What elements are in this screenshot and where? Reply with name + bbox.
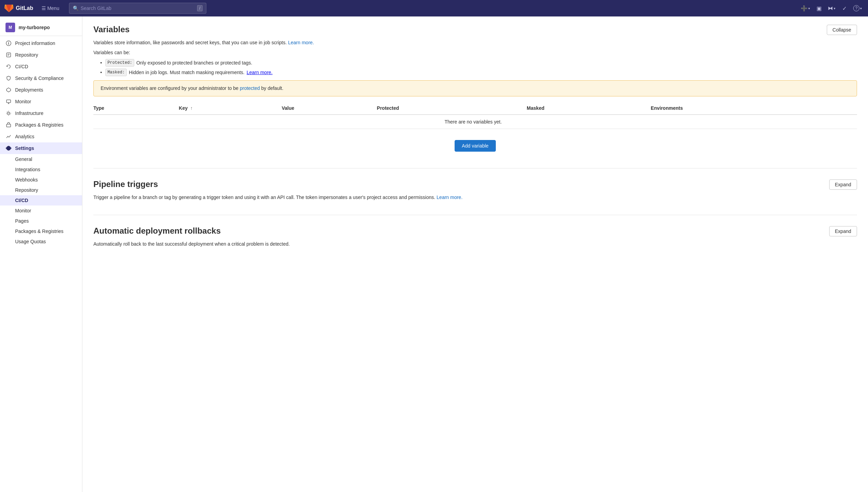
sidebar-item-settings[interactable]: Settings [0, 142, 82, 154]
svg-rect-6 [7, 100, 11, 103]
merge-requests-button[interactable]: ⧓ ▾ [826, 3, 837, 14]
auto-deployment-section: Automatic deployment rollbacks Expand Au… [93, 226, 857, 261]
pipeline-triggers-expand-button[interactable]: Expand [829, 179, 857, 190]
auto-deployment-title: Automatic deployment rollbacks [93, 226, 221, 236]
pipeline-triggers-title: Pipeline triggers [93, 179, 158, 189]
new-menu-button[interactable]: ➕ ▾ [799, 3, 812, 14]
plus-icon: ➕ [801, 5, 808, 12]
gitlab-logo-svg [4, 3, 14, 13]
bullet-masked: Masked: Hidden in job logs. Must match m… [100, 69, 857, 76]
search-icon: 🔍 [73, 5, 79, 11]
help-icon: ? [853, 5, 859, 11]
gitlab-logo[interactable]: GitLab [4, 3, 33, 13]
repository-icon [5, 52, 12, 58]
protected-link[interactable]: protected [240, 85, 261, 91]
menu-icon: ☰ [42, 5, 46, 11]
pipeline-triggers-learn-more-link[interactable]: Learn more. [437, 195, 462, 200]
svg-rect-3 [7, 53, 11, 57]
auto-deployment-header: Automatic deployment rollbacks Expand [93, 226, 857, 236]
project-name: my-turborepo [19, 25, 50, 30]
sidebar-item-packages[interactable]: Packages & Registries [0, 119, 82, 131]
packages-icon [5, 122, 12, 128]
col-value: Value [282, 102, 377, 115]
sidebar-sub-packages[interactable]: Packages & Registries [0, 226, 82, 236]
col-environments: Environments [651, 102, 857, 115]
sidebar-item-analytics[interactable]: Analytics [0, 131, 82, 142]
add-variable-button[interactable]: Add variable [455, 140, 496, 152]
sidebar: M my-turborepo Project information Repos… [0, 16, 82, 492]
chevron-down-icon3: ▾ [860, 7, 862, 10]
check-icon: ✓ [842, 5, 847, 12]
variables-header: Variables Collapse [93, 25, 857, 35]
sidebar-item-monitor[interactable]: Monitor [0, 96, 82, 107]
todos-button[interactable]: ✓ [839, 3, 850, 14]
variables-section: Variables Collapse Variables store infor… [93, 25, 857, 168]
ui-mode-button[interactable]: ▣ [813, 3, 824, 14]
search-shortcut: / [197, 5, 202, 11]
info-box: Environment variables are configured by … [93, 80, 857, 96]
analytics-icon [5, 133, 12, 140]
infrastructure-icon [5, 110, 12, 116]
sidebar-sub-usage-quotas[interactable]: Usage Quotas [0, 236, 82, 247]
topnav: GitLab ☰ Menu 🔍 / ➕ ▾ ▣ ⧓ ▾ ✓ ? ▾ [0, 0, 868, 16]
project-header: M my-turborepo [0, 19, 82, 36]
deployments-icon [5, 87, 12, 93]
svg-rect-1 [8, 43, 9, 45]
sidebar-sub-cicd[interactable]: CI/CD [0, 195, 82, 206]
table-empty-row: There are no variables yet. [93, 115, 857, 129]
sidebar-item-infrastructure[interactable]: Infrastructure [0, 107, 82, 119]
topnav-actions: ➕ ▾ ▣ ⧓ ▾ ✓ ? ▾ [799, 3, 864, 14]
sort-arrow-icon: ↑ [190, 105, 193, 111]
col-masked: Masked [527, 102, 651, 115]
auto-deployment-description: Automatically roll back to the last succ… [93, 241, 857, 248]
sidebar-sub-pages[interactable]: Pages [0, 216, 82, 226]
global-search[interactable]: 🔍 / [69, 3, 206, 14]
no-variables-message: There are no variables yet. [93, 115, 857, 129]
variables-bullets: Protected: Only exposed to protected bra… [93, 59, 857, 76]
add-variable-row: Add variable [93, 134, 857, 157]
shield-icon [5, 75, 12, 81]
project-avatar: M [5, 23, 15, 32]
sidebar-item-security-compliance[interactable]: Security & Compliance [0, 72, 82, 84]
monitor-icon [5, 98, 12, 105]
table-head: Type Key ↑ Value Protected [93, 102, 857, 115]
bullet-protected: Protected: Only exposed to protected bra… [100, 59, 857, 67]
svg-rect-10 [7, 124, 11, 127]
protected-badge: Protected: [105, 59, 134, 67]
main-content: Variables Collapse Variables store infor… [82, 16, 868, 492]
variables-description: Variables store information, like passwo… [93, 39, 857, 46]
sidebar-item-deployments[interactable]: Deployments [0, 84, 82, 96]
sidebar-sub-repository[interactable]: Repository [0, 185, 82, 195]
ui-mode-icon: ▣ [816, 5, 822, 12]
svg-rect-2 [8, 42, 9, 43]
sidebar-item-project-information[interactable]: Project information [0, 37, 82, 49]
learn-more-link-1[interactable]: Learn more. [288, 40, 314, 45]
layout: M my-turborepo Project information Repos… [0, 16, 868, 492]
pipeline-triggers-header: Pipeline triggers Expand [93, 179, 857, 190]
learn-more-link-masked[interactable]: Learn more. [247, 69, 272, 76]
info-icon [5, 40, 12, 46]
chevron-down-icon: ▾ [808, 7, 810, 10]
cicd-icon [5, 63, 12, 70]
sidebar-sub-monitor[interactable]: Monitor [0, 206, 82, 216]
settings-icon [5, 145, 12, 151]
sidebar-item-repository[interactable]: Repository [0, 49, 82, 61]
sidebar-item-cicd[interactable]: CI/CD [0, 61, 82, 72]
collapse-button[interactable]: Collapse [827, 25, 857, 35]
variables-title: Variables [93, 25, 129, 34]
help-button[interactable]: ? ▾ [851, 3, 864, 14]
col-key[interactable]: Key ↑ [179, 102, 282, 115]
chevron-down-icon2: ▾ [834, 7, 835, 10]
table-body: There are no variables yet. [93, 115, 857, 129]
pipeline-triggers-description: Trigger a pipeline for a branch or tag b… [93, 194, 857, 201]
sidebar-sub-general[interactable]: General [0, 154, 82, 164]
variables-table: Type Key ↑ Value Protected [93, 102, 857, 129]
sidebar-sub-integrations[interactable]: Integrations [0, 164, 82, 175]
col-type: Type [93, 102, 179, 115]
merge-request-icon: ⧓ [828, 5, 833, 11]
sidebar-sub-webhooks[interactable]: Webhooks [0, 175, 82, 185]
menu-toggle[interactable]: ☰ Menu [39, 4, 62, 12]
search-input[interactable] [81, 5, 195, 11]
col-protected: Protected [377, 102, 527, 115]
auto-deployment-expand-button[interactable]: Expand [829, 226, 857, 236]
